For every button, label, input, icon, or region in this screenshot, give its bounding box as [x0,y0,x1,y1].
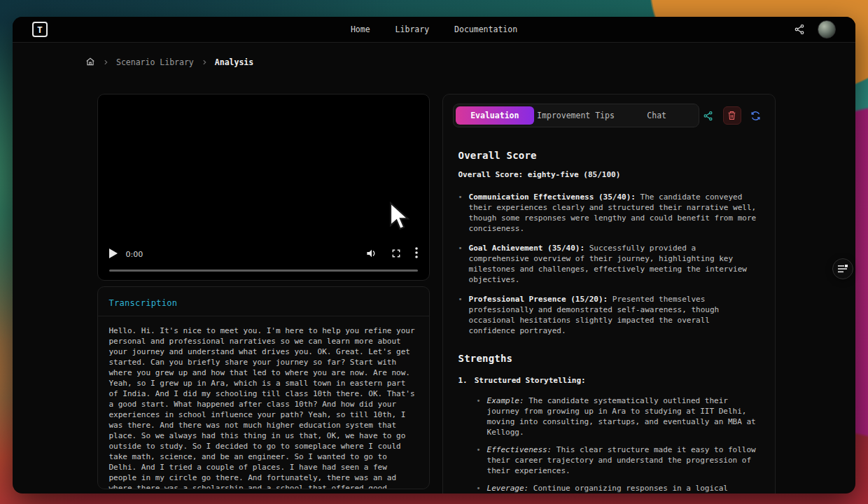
video-player[interactable]: 0:00 [97,94,430,281]
chevron-right-icon [102,59,109,66]
nav-library[interactable]: Library [396,24,429,34]
breadcrumb-current: Analysis [215,57,253,67]
delete-button[interactable] [723,106,741,125]
app-window: T Home Library Documentation [13,17,855,493]
avatar[interactable] [818,20,836,38]
strengths-heading: Strengths [458,353,758,364]
nav-documentation[interactable]: Documentation [454,24,517,34]
play-icon[interactable] [109,248,118,261]
tab-chat[interactable]: Chat [617,106,696,125]
transcription-panel: Transcription Hello. Hi. It's nice to me… [97,286,430,489]
score-bullet: • Professional Presence (15/20): Present… [458,294,758,336]
video-controls: 0:00 [98,244,429,265]
share-evaluation-button[interactable] [699,106,718,125]
volume-icon[interactable] [366,248,377,261]
tab-row: Evaluation Improvement Tips Chat [443,94,775,127]
strength-sub-bullet: • Example: The candidate systematically … [477,396,758,438]
score-bullet: • Communication Effectiveness (35/40): T… [458,192,758,234]
strength-sub-bullet: • Leverage: Continue organizing response… [477,483,758,493]
strength-sub-bullet: • Effectiveness: This clear structure ma… [477,444,758,476]
chevron-right-icon [201,59,208,66]
refresh-button[interactable] [747,106,765,125]
breadcrumb-scenario-library[interactable]: Scenario Library [116,57,194,67]
transcription-text: Hello. Hi. It's nice to meet you. I'm he… [98,316,429,489]
nav-links: Home Library Documentation [351,17,517,42]
strength-item: 1. Structured Storytelling: [458,375,758,386]
top-nav: T Home Library Documentation [13,17,855,43]
breadcrumb: Scenario Library Analysis [85,57,855,68]
tab-evaluation[interactable]: Evaluation [456,106,535,125]
bullet-dot-icon: • [477,444,481,476]
bullet-dot-icon: • [458,243,463,285]
bullet-dot-icon: • [477,396,481,438]
fullscreen-icon[interactable] [391,248,401,261]
overall-score-heading: Overall Score [458,150,758,161]
bullet-dot-icon: • [477,483,481,493]
app-logo[interactable]: T [32,22,48,37]
side-panel-toggle-button[interactable] [832,258,853,279]
video-seek-bar[interactable] [109,270,418,272]
bullet-dot-icon: • [458,294,463,336]
nav-home[interactable]: Home [351,24,370,34]
video-time: 0:00 [126,250,144,259]
bullet-dot-icon: • [458,192,463,234]
overall-score-summary: Overall Score: eighty-five (85/100) [458,170,758,179]
evaluation-panel: Evaluation Improvement Tips Chat [442,94,776,493]
home-icon[interactable] [85,56,95,69]
tab-improvement-tips[interactable]: Improvement Tips [534,106,617,125]
score-bullet: • Goal Achievement (35/40): Successfully… [458,243,758,285]
share-icon[interactable] [794,24,805,35]
tab-group: Evaluation Improvement Tips Chat [453,104,699,127]
list-lines-icon [838,265,848,273]
overflow-menu-icon[interactable] [415,247,418,261]
transcription-title: Transcription [109,298,178,308]
